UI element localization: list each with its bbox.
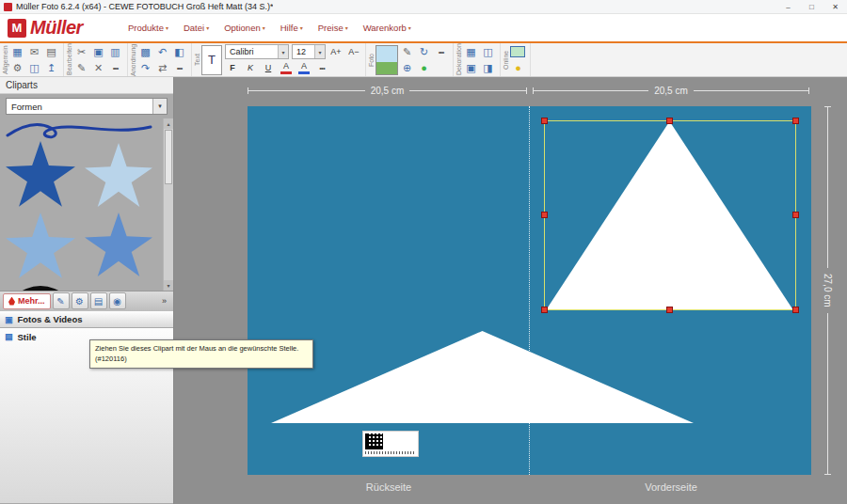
- highlight-color-button[interactable]: A: [296, 61, 312, 75]
- settings-tools-button[interactable]: ⚙: [72, 292, 88, 309]
- chevron-down-icon: ▾: [152, 99, 167, 114]
- ruler-page-height: 27,0 cm: [822, 106, 833, 475]
- bold-button[interactable]: F: [225, 61, 240, 75]
- selection-handle-middle-right[interactable]: [792, 212, 799, 218]
- brand-logo-mark: M: [8, 19, 26, 38]
- menu-item-datei[interactable]: Datei ▾: [184, 23, 209, 33]
- online-badge-icon[interactable]: ●: [510, 60, 526, 75]
- new-grid-icon[interactable]: ▦: [9, 44, 25, 59]
- clipart-scrollbar[interactable]: ▴ ▾: [163, 118, 173, 291]
- italic-button[interactable]: K: [243, 61, 258, 75]
- scrollbar-thumb[interactable]: [165, 130, 172, 184]
- close-button[interactable]: ✕: [823, 0, 847, 13]
- drag-tooltip: Ziehen Sie dieses Clipart mit der Maus a…: [89, 339, 313, 369]
- font-family-select[interactable]: Calibri ▾: [225, 44, 289, 59]
- redo-icon[interactable]: ↷: [137, 60, 153, 75]
- editor-canvas[interactable]: 20,5 cm 20,5 cm 27,0 cm: [174, 77, 847, 504]
- arrange-icon[interactable]: ⇄: [154, 60, 170, 75]
- toolbar-group-allgemein: Allgemein ▦ ⚙ ✉ ◫ ▤ ↥: [0, 43, 64, 76]
- menubar: M Müller Produkte ▾ Datei ▾ Optionen ▾ H…: [0, 14, 847, 41]
- edit-pencil-icon[interactable]: ✎: [73, 60, 89, 75]
- minimize-button[interactable]: –: [776, 0, 800, 13]
- clipart-star-dark-blue[interactable]: [6, 141, 75, 209]
- maximize-button[interactable]: □: [800, 0, 823, 13]
- selection-handle-middle-left[interactable]: [541, 212, 548, 218]
- page-spread[interactable]: [248, 106, 811, 475]
- selection-handle-bottom-left[interactable]: [541, 307, 548, 313]
- menu-item-produkte[interactable]: Produkte ▾: [128, 23, 168, 33]
- undo-icon[interactable]: ↶: [154, 44, 170, 59]
- window-controls: – □ ✕: [776, 0, 847, 13]
- save-icon[interactable]: ◫: [26, 60, 42, 75]
- rotate-icon[interactable]: ↻: [416, 44, 432, 59]
- selection-frame[interactable]: [544, 120, 796, 310]
- menu-item-hilfe[interactable]: Hilfe ▾: [280, 23, 303, 33]
- export-icon[interactable]: ↥: [43, 60, 59, 75]
- chevron-down-icon: ▾: [345, 24, 348, 31]
- barcode-matrix: [365, 433, 383, 449]
- decoration-mask-icon[interactable]: ◫: [480, 44, 496, 59]
- selection-handle-top-middle[interactable]: [666, 118, 673, 124]
- clipart-star-medium-blue[interactable]: [85, 213, 152, 278]
- settings-gear-icon[interactable]: ⚙: [9, 60, 25, 75]
- underline-button[interactable]: U: [261, 61, 276, 75]
- decoration-frame-icon[interactable]: ▦: [463, 44, 479, 59]
- overflow-button[interactable]: •••: [433, 44, 449, 59]
- brand-name: Müller: [30, 17, 83, 39]
- panel-expander-button[interactable]: »: [158, 292, 170, 309]
- target-tools-button[interactable]: ◉: [109, 292, 126, 309]
- clipart-star-light-blue[interactable]: [85, 143, 152, 209]
- shape-category-select[interactable]: Formen ▾: [6, 98, 168, 115]
- selection-handle-bottom-right[interactable]: [792, 307, 799, 313]
- barcode-microtext: [365, 451, 414, 454]
- chevron-down-icon: ▾: [206, 24, 209, 31]
- overflow-button[interactable]: •••: [171, 60, 187, 75]
- clipart-list: ▴ ▾: [0, 118, 173, 291]
- menu-item-warenkorb[interactable]: Warenkorb ▾: [363, 23, 411, 33]
- decoration-border-icon[interactable]: ▣: [463, 60, 479, 75]
- overflow-button[interactable]: •••: [107, 60, 123, 75]
- edit-photo-icon[interactable]: ✎: [399, 44, 415, 59]
- layout-tools-button[interactable]: ▤: [90, 292, 107, 309]
- selection-handle-top-right[interactable]: [792, 118, 799, 124]
- cut-icon[interactable]: ✂: [73, 44, 89, 59]
- chevron-down-icon: ▾: [263, 24, 265, 31]
- decoration-shape-icon[interactable]: ◨: [480, 60, 496, 75]
- photo-icon[interactable]: [376, 45, 398, 75]
- front-cover-label: Vorderseite: [530, 481, 812, 493]
- category-row: Formen ▾: [0, 94, 173, 118]
- menu-item-optionen[interactable]: Optionen ▾: [224, 23, 265, 33]
- scroll-down-button[interactable]: ▾: [164, 280, 173, 291]
- delete-icon[interactable]: ✕: [90, 60, 106, 75]
- print-icon[interactable]: ▤: [43, 44, 59, 59]
- text-tool-icon[interactable]: T: [201, 45, 222, 75]
- align-grid-icon[interactable]: ▩: [137, 44, 153, 59]
- clipart-swoosh[interactable]: [4, 120, 154, 141]
- toolbar-group-label: Dekoration: [455, 44, 463, 75]
- add-photo-icon[interactable]: ⊕: [399, 60, 415, 75]
- copy-icon[interactable]: ▣: [90, 44, 106, 59]
- paste-icon[interactable]: ▥: [107, 44, 123, 59]
- edit-tools-button[interactable]: ✎: [53, 292, 70, 309]
- clipart-circle-black[interactable]: [4, 286, 77, 291]
- more-button[interactable]: Mehr...: [3, 293, 51, 309]
- scroll-up-button[interactable]: ▴: [164, 118, 173, 129]
- increase-font-button[interactable]: A+: [328, 45, 344, 59]
- app-icon: [4, 3, 12, 11]
- selection-handle-top-left[interactable]: [541, 118, 548, 124]
- font-size-select[interactable]: 12 ▾: [292, 44, 326, 59]
- menu-item-preise[interactable]: Preise ▾: [318, 23, 348, 33]
- clipart-star-steel-blue[interactable]: [6, 213, 75, 280]
- green-sphere-icon[interactable]: ●: [416, 60, 432, 75]
- online-monitor-icon[interactable]: [510, 46, 525, 57]
- mail-icon[interactable]: ✉: [26, 44, 42, 59]
- overflow-button[interactable]: •••: [314, 61, 329, 75]
- back-cover-triangle[interactable]: [271, 331, 694, 423]
- decrease-font-button[interactable]: A−: [346, 45, 361, 59]
- toolbar-group-dekoration: Dekoration ▦ ▣ ◫ ◨: [454, 43, 501, 76]
- selection-handle-bottom-middle[interactable]: [666, 307, 673, 313]
- font-color-button[interactable]: A: [279, 61, 294, 75]
- styles-icon: ▤: [5, 332, 13, 341]
- section-fotos-videos[interactable]: ▣ Fotos & Videos: [0, 311, 173, 328]
- layers-icon[interactable]: ◧: [171, 44, 187, 59]
